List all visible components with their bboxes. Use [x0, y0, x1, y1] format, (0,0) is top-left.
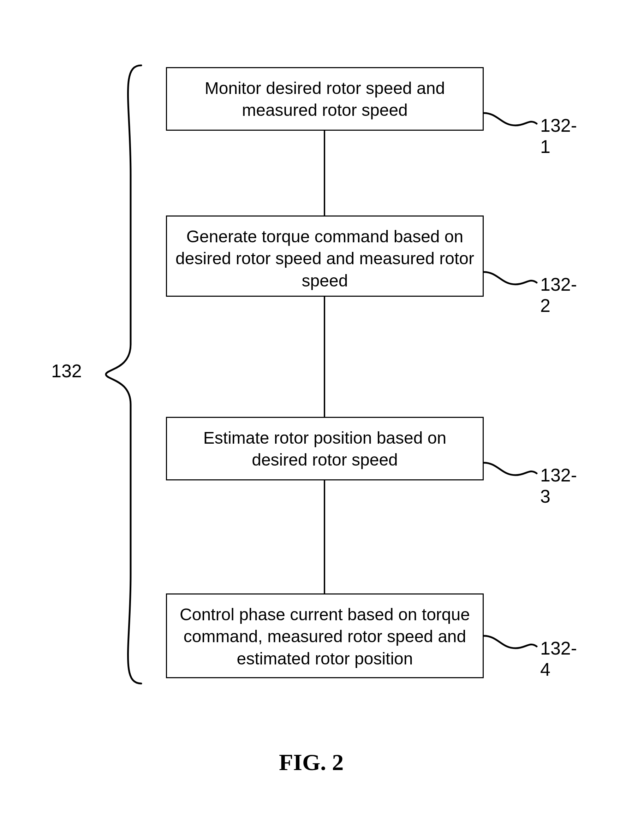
- step-box-3: Estimate rotor position based on desired…: [166, 417, 484, 480]
- connector-line: [324, 131, 325, 215]
- step-label-3: 132-3: [540, 464, 577, 507]
- step-box-1: Monitor desired rotor speed and measured…: [166, 67, 484, 131]
- figure-caption: FIG. 2: [279, 749, 344, 776]
- leader-icon: [484, 629, 547, 657]
- leader-icon: [484, 265, 547, 293]
- step-box-2: Generate torque command based on desired…: [166, 215, 484, 297]
- curly-brace-icon: [99, 62, 148, 687]
- page: 132 Monitor desired rotor speed and meas…: [0, 0, 644, 834]
- flowchart: Monitor desired rotor speed and measured…: [148, 67, 501, 682]
- connector-line: [324, 297, 325, 417]
- connector-line: [324, 480, 325, 593]
- step-label-1: 132-1: [540, 115, 577, 157]
- step-label-2: 132-2: [540, 274, 577, 316]
- step-box-4: Control phase current based on torque co…: [166, 593, 484, 678]
- group-label: 132: [51, 360, 82, 381]
- leader-icon: [484, 456, 547, 484]
- step-label-4: 132-4: [540, 638, 577, 680]
- leader-icon: [484, 106, 547, 134]
